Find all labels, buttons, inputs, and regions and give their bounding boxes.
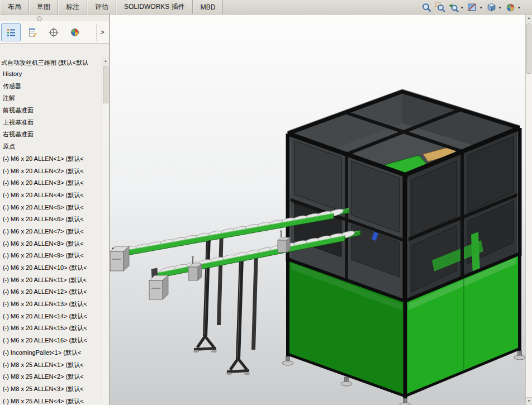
zoom-to-area-icon[interactable]	[434, 2, 446, 13]
scrollbar-thumb[interactable]	[526, 23, 531, 74]
feature-manager-panel: > 式自动攻丝机三维图 (默认<默认 History传感器注解前视基准面上视基准…	[0, 15, 110, 405]
tree-item[interactable]: (-) M6 x 20 ALLEN<8> (默认<	[0, 238, 102, 250]
view-orientation-icon[interactable]	[486, 2, 497, 13]
panel-collapse-handle-icon[interactable]	[37, 16, 42, 21]
ribbon-tab[interactable]: 布局	[0, 0, 29, 14]
tree-item[interactable]: (-) M8 x 25 ALLEN<1> (默认<	[0, 359, 102, 371]
heads-up-toolbar: ▾ ▾ ▾ ▾	[421, 0, 522, 15]
tree-item[interactable]: 注解	[0, 92, 102, 104]
property-manager-icon	[27, 27, 38, 38]
display-manager-icon	[69, 27, 80, 38]
tree-item[interactable]: (-) M6 x 20 ALLEN<3> (默认<	[0, 177, 102, 189]
panel-tabbar: >	[0, 21, 109, 44]
tree-item[interactable]: 前视基准面	[0, 104, 102, 117]
tree-item[interactable]: History	[0, 68, 102, 80]
tree-item[interactable]: (-) M6 x 20 ALLEN<4> (默认<	[0, 189, 102, 202]
tree-item[interactable]: (-) M6 x 20 ALLEN<13> (默认<	[0, 298, 102, 311]
feature-manager-icon	[6, 27, 17, 38]
tree-scrollbar-thumb[interactable]	[103, 66, 108, 103]
edit-appearance-icon[interactable]	[505, 2, 516, 13]
tree-item[interactable]: (-) M8 x 25 ALLEN<4> (默认<	[0, 396, 102, 405]
scrollbar-up-icon[interactable]: ▲	[526, 15, 532, 22]
panel-expand-chevron[interactable]: >	[96, 24, 108, 41]
tab-property-manager[interactable]	[22, 23, 42, 41]
feature-tree: 式自动攻丝机三维图 (默认<默认 History传感器注解前视基准面上视基准面右…	[0, 44, 109, 405]
scrollbar-down-icon[interactable]: ▼	[526, 397, 532, 405]
tree-item[interactable]: (-) M6 x 20 ALLEN<15> (默认<	[0, 322, 102, 335]
tree-item[interactable]: (-) M8 x 25 ALLEN<3> (默认<	[0, 383, 102, 396]
tree-item[interactable]: (-) M6 x 20 ALLEN<9> (默认<	[0, 250, 102, 262]
tree-item[interactable]: 上视基准面	[0, 117, 102, 129]
tab-feature-manager[interactable]	[1, 23, 21, 41]
assembly-root-node[interactable]: 式自动攻丝机三维图 (默认<默认	[0, 57, 102, 68]
model-canvas	[110, 15, 525, 405]
tree-item[interactable]: (-) M6 x 20 ALLEN<14> (默认<	[0, 311, 102, 323]
edit-appearance-caret[interactable]: ▾	[518, 2, 522, 13]
graphics-viewport[interactable]	[110, 15, 525, 405]
zoom-to-fit-icon[interactable]	[421, 2, 433, 13]
ribbon-tab[interactable]: 标注	[58, 0, 87, 14]
dimxpert-icon	[48, 27, 59, 38]
tree-item[interactable]: (-) M6 x 20 ALLEN<1> (默认<	[0, 153, 102, 165]
tree-item[interactable]: (-) M6 x 20 ALLEN<5> (默认<	[0, 202, 102, 214]
viewport-scrollbar[interactable]: ▲ ▼	[525, 15, 532, 405]
tree-scroll-up-icon[interactable]: ▲	[102, 57, 109, 65]
tab-dimxpert[interactable]	[44, 23, 63, 41]
tree-item[interactable]: 原点	[0, 141, 102, 153]
tree-scrollbar[interactable]: ▲	[102, 57, 109, 405]
tree-item[interactable]: (-) M6 x 20 ALLEN<10> (默认<	[0, 262, 102, 274]
tree-item[interactable]: (-) M6 x 20 ALLEN<16> (默认<	[0, 335, 102, 347]
tree-item[interactable]: (-) M6 x 20 ALLEN<11> (默认<	[0, 274, 102, 287]
tree-item[interactable]: 传感器	[0, 80, 102, 93]
tree-item[interactable]: (-) M6 x 20 ALLEN<2> (默认<	[0, 165, 102, 178]
section-view-caret[interactable]: ▾	[480, 2, 484, 13]
tapping-machine-model[interactable]	[282, 89, 525, 405]
previous-view-caret[interactable]: ▾	[461, 2, 465, 13]
tree-item[interactable]: (-) M6 x 20 ALLEN<12> (默认<	[0, 286, 102, 298]
tree-item[interactable]: (-) M6 x 20 ALLEN<7> (默认<	[0, 226, 102, 238]
tree-item[interactable]: (-) IncomingPallet<1> (默认<	[0, 347, 102, 359]
feature-tree-rows: History传感器注解前视基准面上视基准面右视基准面原点(-) M6 x 20…	[0, 68, 109, 405]
ribbon-tab[interactable]: SOLIDWORKS 插件	[116, 0, 193, 14]
ribbon-tab[interactable]: MBD	[193, 0, 224, 14]
ribbon-tab-bar: 布局草图标注评估SOLIDWORKS 插件MBD ▾	[0, 0, 532, 15]
section-view-icon[interactable]	[467, 2, 478, 13]
tree-item[interactable]: (-) M6 x 20 ALLEN<6> (默认<	[0, 213, 102, 226]
tree-item[interactable]: (-) M8 x 25 ALLEN<2> (默认<	[0, 371, 102, 383]
tab-display-manager[interactable]	[65, 23, 84, 41]
ribbon-tab[interactable]: 草图	[29, 0, 58, 14]
view-orientation-caret[interactable]: ▾	[499, 2, 503, 13]
ribbon-tab[interactable]: 评估	[87, 0, 116, 14]
previous-view-icon[interactable]	[448, 2, 459, 13]
panel-splitter[interactable]	[0, 15, 109, 21]
tree-item[interactable]: 右视基准面	[0, 128, 102, 141]
